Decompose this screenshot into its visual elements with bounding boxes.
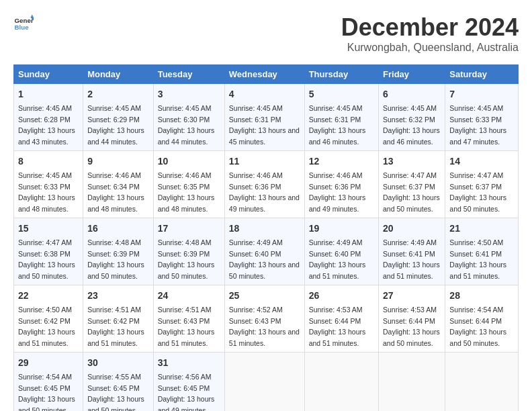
day-number: 13	[383, 154, 441, 169]
header-day-wednesday: Wednesday	[224, 65, 304, 84]
day-number: 29	[18, 356, 79, 370]
week-row-5: 29Sunrise: 4:54 AMSunset: 6:45 PMDayligh…	[14, 353, 519, 412]
day-cell: 10Sunrise: 4:46 AMSunset: 6:35 PMDayligh…	[153, 151, 224, 218]
day-number: 26	[309, 289, 374, 303]
day-info: Sunrise: 4:49 AMSunset: 6:41 PMDaylight:…	[383, 238, 440, 280]
day-info: Sunrise: 4:49 AMSunset: 6:40 PMDaylight:…	[229, 238, 300, 280]
day-number: 19	[309, 222, 374, 236]
svg-text:Blue: Blue	[15, 24, 30, 31]
day-cell: 1Sunrise: 4:45 AMSunset: 6:28 PMDaylight…	[14, 84, 83, 151]
day-cell	[224, 353, 304, 412]
day-number: 16	[87, 222, 149, 236]
day-cell: 27Sunrise: 4:53 AMSunset: 6:44 PMDayligh…	[379, 285, 445, 353]
day-number: 2	[87, 87, 149, 101]
day-cell: 8Sunrise: 4:45 AMSunset: 6:33 PMDaylight…	[14, 151, 83, 218]
day-cell: 16Sunrise: 4:48 AMSunset: 6:39 PMDayligh…	[83, 218, 154, 285]
day-info: Sunrise: 4:46 AMSunset: 6:35 PMDaylight:…	[158, 171, 215, 213]
day-cell: 28Sunrise: 4:54 AMSunset: 6:44 PMDayligh…	[445, 285, 519, 353]
header: General Blue December 2024 Kurwongbah, Q…	[13, 13, 519, 54]
day-cell: 20Sunrise: 4:49 AMSunset: 6:41 PMDayligh…	[379, 218, 445, 285]
day-cell: 17Sunrise: 4:48 AMSunset: 6:39 PMDayligh…	[153, 218, 224, 285]
day-number: 5	[309, 87, 374, 101]
day-cell: 24Sunrise: 4:51 AMSunset: 6:43 PMDayligh…	[153, 285, 224, 353]
day-cell	[445, 353, 519, 412]
day-number: 24	[158, 289, 220, 303]
day-number: 15	[18, 222, 79, 236]
day-info: Sunrise: 4:53 AMSunset: 6:44 PMDaylight:…	[383, 306, 440, 347]
day-info: Sunrise: 4:47 AMSunset: 6:37 PMDaylight:…	[383, 171, 440, 213]
day-cell: 15Sunrise: 4:47 AMSunset: 6:38 PMDayligh…	[14, 218, 83, 285]
subtitle: Kurwongbah, Queensland, Australia	[341, 42, 519, 54]
day-cell: 23Sunrise: 4:51 AMSunset: 6:42 PMDayligh…	[83, 285, 154, 353]
week-row-2: 8Sunrise: 4:45 AMSunset: 6:33 PMDaylight…	[14, 151, 519, 218]
day-number: 8	[18, 154, 79, 169]
day-info: Sunrise: 4:53 AMSunset: 6:44 PMDaylight:…	[309, 306, 366, 347]
day-cell: 9Sunrise: 4:46 AMSunset: 6:34 PMDaylight…	[83, 151, 154, 218]
day-number: 31	[158, 356, 220, 370]
day-cell: 3Sunrise: 4:45 AMSunset: 6:30 PMDaylight…	[153, 84, 224, 151]
day-cell: 31Sunrise: 4:56 AMSunset: 6:45 PMDayligh…	[153, 353, 224, 412]
day-info: Sunrise: 4:45 AMSunset: 6:32 PMDaylight:…	[383, 104, 440, 146]
day-number: 9	[87, 154, 149, 169]
day-number: 25	[229, 289, 300, 303]
day-cell: 14Sunrise: 4:47 AMSunset: 6:37 PMDayligh…	[445, 151, 519, 218]
day-info: Sunrise: 4:51 AMSunset: 6:42 PMDaylight:…	[87, 306, 144, 347]
day-number: 3	[158, 87, 220, 101]
day-info: Sunrise: 4:52 AMSunset: 6:43 PMDaylight:…	[229, 306, 300, 347]
day-cell: 12Sunrise: 4:46 AMSunset: 6:36 PMDayligh…	[304, 151, 378, 218]
day-info: Sunrise: 4:48 AMSunset: 6:39 PMDaylight:…	[158, 238, 215, 280]
day-cell	[379, 353, 445, 412]
day-info: Sunrise: 4:45 AMSunset: 6:33 PMDaylight:…	[449, 104, 506, 146]
day-info: Sunrise: 4:45 AMSunset: 6:31 PMDaylight:…	[229, 104, 300, 146]
day-info: Sunrise: 4:46 AMSunset: 6:36 PMDaylight:…	[309, 171, 366, 213]
day-cell	[304, 353, 378, 412]
day-cell: 18Sunrise: 4:49 AMSunset: 6:40 PMDayligh…	[224, 218, 304, 285]
day-info: Sunrise: 4:56 AMSunset: 6:45 PMDaylight:…	[158, 373, 215, 411]
day-cell: 30Sunrise: 4:55 AMSunset: 6:45 PMDayligh…	[83, 353, 154, 412]
day-cell: 5Sunrise: 4:45 AMSunset: 6:31 PMDaylight…	[304, 84, 378, 151]
day-info: Sunrise: 4:45 AMSunset: 6:30 PMDaylight:…	[158, 104, 215, 146]
logo-icon: General Blue	[13, 13, 34, 34]
day-number: 4	[229, 87, 300, 101]
day-info: Sunrise: 4:54 AMSunset: 6:44 PMDaylight:…	[449, 306, 506, 347]
day-cell: 22Sunrise: 4:50 AMSunset: 6:42 PMDayligh…	[14, 285, 83, 353]
header-day-saturday: Saturday	[445, 65, 519, 84]
day-info: Sunrise: 4:49 AMSunset: 6:40 PMDaylight:…	[309, 238, 366, 280]
day-info: Sunrise: 4:46 AMSunset: 6:36 PMDaylight:…	[229, 171, 300, 213]
day-info: Sunrise: 4:45 AMSunset: 6:28 PMDaylight:…	[18, 104, 75, 146]
day-number: 18	[229, 222, 300, 236]
day-info: Sunrise: 4:46 AMSunset: 6:34 PMDaylight:…	[87, 171, 144, 213]
day-info: Sunrise: 4:45 AMSunset: 6:33 PMDaylight:…	[18, 171, 75, 213]
header-day-tuesday: Tuesday	[153, 65, 224, 84]
day-number: 23	[87, 289, 149, 303]
day-cell: 26Sunrise: 4:53 AMSunset: 6:44 PMDayligh…	[304, 285, 378, 353]
day-cell: 4Sunrise: 4:45 AMSunset: 6:31 PMDaylight…	[224, 84, 304, 151]
day-info: Sunrise: 4:55 AMSunset: 6:45 PMDaylight:…	[87, 373, 144, 411]
day-info: Sunrise: 4:50 AMSunset: 6:42 PMDaylight:…	[18, 306, 75, 347]
svg-marker-2	[31, 15, 34, 18]
calendar-table: SundayMondayTuesdayWednesdayThursdayFrid…	[13, 64, 519, 411]
day-cell: 29Sunrise: 4:54 AMSunset: 6:45 PMDayligh…	[14, 353, 83, 412]
day-info: Sunrise: 4:48 AMSunset: 6:39 PMDaylight:…	[87, 238, 144, 280]
day-number: 12	[309, 154, 374, 169]
day-number: 10	[158, 154, 220, 169]
day-info: Sunrise: 4:50 AMSunset: 6:41 PMDaylight:…	[449, 238, 506, 280]
day-number: 14	[449, 154, 514, 169]
header-row: SundayMondayTuesdayWednesdayThursdayFrid…	[14, 65, 519, 84]
day-info: Sunrise: 4:45 AMSunset: 6:29 PMDaylight:…	[87, 104, 144, 146]
day-number: 1	[18, 87, 79, 101]
day-number: 27	[383, 289, 441, 303]
day-info: Sunrise: 4:45 AMSunset: 6:31 PMDaylight:…	[309, 104, 366, 146]
day-number: 30	[87, 356, 149, 370]
logo: General Blue	[13, 13, 34, 34]
day-cell: 11Sunrise: 4:46 AMSunset: 6:36 PMDayligh…	[224, 151, 304, 218]
title-section: December 2024 Kurwongbah, Queensland, Au…	[341, 13, 519, 54]
day-info: Sunrise: 4:47 AMSunset: 6:37 PMDaylight:…	[449, 171, 506, 213]
day-info: Sunrise: 4:51 AMSunset: 6:43 PMDaylight:…	[158, 306, 215, 347]
day-cell: 7Sunrise: 4:45 AMSunset: 6:33 PMDaylight…	[445, 84, 519, 151]
day-cell: 13Sunrise: 4:47 AMSunset: 6:37 PMDayligh…	[379, 151, 445, 218]
day-number: 21	[449, 222, 514, 236]
header-day-monday: Monday	[83, 65, 154, 84]
week-row-4: 22Sunrise: 4:50 AMSunset: 6:42 PMDayligh…	[14, 285, 519, 353]
header-day-thursday: Thursday	[304, 65, 378, 84]
